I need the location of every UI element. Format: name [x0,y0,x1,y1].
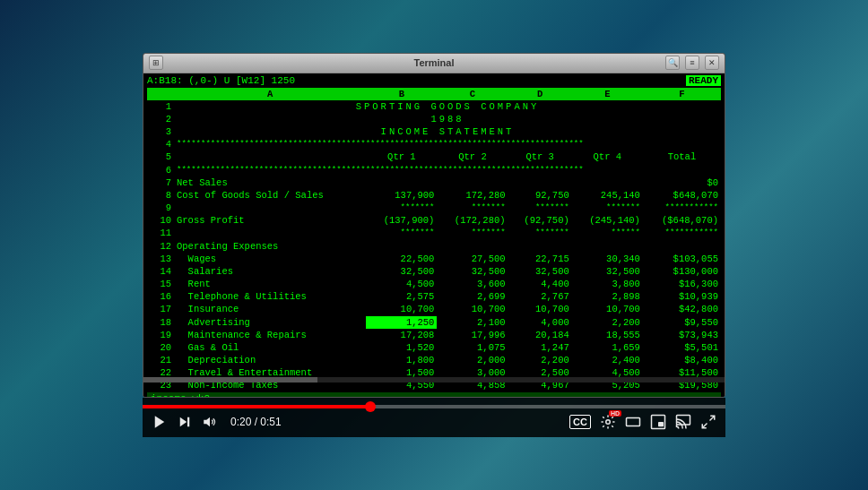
row-num-5: 5 [147,150,174,163]
volume-icon [202,414,218,430]
menu-button[interactable]: ≡ [685,56,699,70]
play-icon [152,414,168,430]
blank-label-5 [174,150,366,163]
time-display: 0:20 / 0:51 [230,416,282,428]
terminal-content: A:B18: (,0-) U [W12] 1250 READY A B C D … [143,73,725,397]
header-col-c: C [437,88,508,100]
close-button[interactable]: ✕ [705,56,719,70]
star-line-4: ****************************************… [174,138,721,150]
table-row: 21 Depreciation 1,800 2,000 2,200 2,400 … [147,354,721,366]
spreadsheet-table: A B C D E F 1 SPORTING GOODS COMPANY 2 1… [147,88,721,392]
row-num-6: 6 [147,164,174,176]
star-row-6: 6 **************************************… [147,164,721,176]
header-col-b: B [366,88,437,100]
video-controls: 0:20 / 0:51 CC HD [143,398,725,437]
svg-marker-0 [155,416,165,428]
theater-button[interactable] [625,414,641,430]
svg-line-9 [710,416,715,420]
table-row: 17 Insurance 10,700 10,700 10,700 10,700… [147,303,721,315]
column-header-row: A B C D E F [147,88,721,100]
row-num-2: 2 [147,113,174,125]
header-col-a: A [174,88,366,100]
header-col-d: D [508,88,572,100]
header-col-f: F [643,88,721,100]
total-header: Total [643,150,721,163]
cast-button[interactable] [675,414,691,430]
window-title: Terminal [413,57,454,68]
svg-rect-7 [658,422,664,426]
cell-reference: A:B18: (,0-) U [W12] 1250 [147,75,295,86]
table-row: 20 Gas & Oil 1,520 1,075 1,247 1,659 $5,… [147,341,721,354]
controls-row: 0:20 / 0:51 CC HD [143,414,725,430]
skip-button[interactable] [177,414,193,430]
row-num-1: 1 [147,100,174,113]
table-row: 10 Gross Profit (137,900) (172,280) (92,… [147,214,721,227]
svg-marker-1 [180,417,187,426]
header-row-num [147,88,174,100]
terminal-titlebar: ⊞ Terminal 🔍 ≡ ✕ [143,54,725,73]
miniplayer-button[interactable] [650,414,666,430]
table-row: 16 Telephone & Utilities 2,575 2,699 2,7… [147,290,721,303]
video-player: ⊞ Terminal 🔍 ≡ ✕ A:B18: (,0-) U [W12] 12… [143,53,725,438]
filename: income.wk3 [151,393,210,397]
header-col-e: E [572,88,643,100]
star-row-4: 4 **************************************… [147,138,721,150]
play-button[interactable] [152,414,168,430]
fullscreen-button[interactable] [700,414,716,430]
highlighted-cell: 1,250 [366,316,437,329]
progress-fill [143,405,370,408]
qtr1-header: Qtr 1 [366,150,437,163]
progress-handle[interactable] [365,401,376,412]
fullscreen-icon [700,414,716,430]
table-row: 9 ******* ******* ******* ******* ******… [147,202,721,214]
row-num-3: 3 [147,125,174,138]
restore-button[interactable]: ⊞ [149,56,163,70]
qtr3-header: Qtr 3 [508,150,572,163]
volume-button[interactable] [202,414,218,430]
table-row: 19 Maintenance & Repairs 17,208 17,996 2… [147,329,721,341]
table-row: 12 Operating Expenses [147,240,721,253]
status-bar: A:B18: (,0-) U [W12] 1250 READY [147,75,721,86]
table-row: 7 Net Sales $0 [147,176,721,189]
star-line-6: ****************************************… [174,164,721,176]
svg-rect-2 [187,417,189,426]
quarter-header-row: 5 Qtr 1 Qtr 2 Qtr 3 Qtr 4 Total [147,150,721,163]
search-button[interactable]: 🔍 [665,56,680,70]
svg-marker-3 [204,417,210,426]
table-row: 13 Wages 22,500 27,500 22,715 30,340 $10… [147,253,721,265]
title-row-1: 1 SPORTING GOODS COMPANY [147,100,721,113]
qtr4-header: Qtr 4 [572,150,643,163]
svg-rect-5 [627,417,640,426]
terminal-window: ⊞ Terminal 🔍 ≡ ✕ A:B18: (,0-) U [W12] 12… [143,53,725,398]
hd-badge: HD [609,410,621,417]
table-row: 11 ******* ******* ******* ****** ******… [147,227,721,239]
cc-button[interactable]: CC [569,415,591,429]
scrollbar-track[interactable] [143,377,725,383]
skip-icon [177,414,193,430]
table-row: 15 Rent 4,500 3,600 4,400 3,800 $16,300 [147,278,721,290]
svg-point-4 [606,419,611,424]
ready-indicator: READY [686,75,721,86]
table-row: 14 Salaries 32,500 32,500 32,500 32,500 … [147,265,721,278]
settings-button[interactable]: HD [600,414,616,430]
miniplayer-icon [650,414,666,430]
progress-bar[interactable] [143,405,725,408]
theater-icon [625,414,641,430]
svg-line-10 [702,423,707,427]
table-row: 18 Advertising 1,250 2,100 4,000 2,200 $… [147,316,721,329]
title-row-2: 2 1988 [147,113,721,125]
qtr2-header: Qtr 2 [437,150,508,163]
title-right-controls: 🔍 ≡ ✕ [665,56,719,70]
cast-icon [675,414,691,430]
title-left-controls: ⊞ [149,56,163,70]
table-row: 8 Cost of Goods Sold / Sales 137,900 172… [147,189,721,202]
year: 1988 [174,113,721,125]
filename-bar: income.wk3 [147,392,721,397]
income-statement-title: INCOME STATEMENT [174,125,721,138]
title-row-3: 3 INCOME STATEMENT [147,125,721,138]
row-num-4: 4 [147,138,174,150]
company-name: SPORTING GOODS COMPANY [174,100,721,113]
scrollbar-thumb[interactable] [143,377,317,383]
